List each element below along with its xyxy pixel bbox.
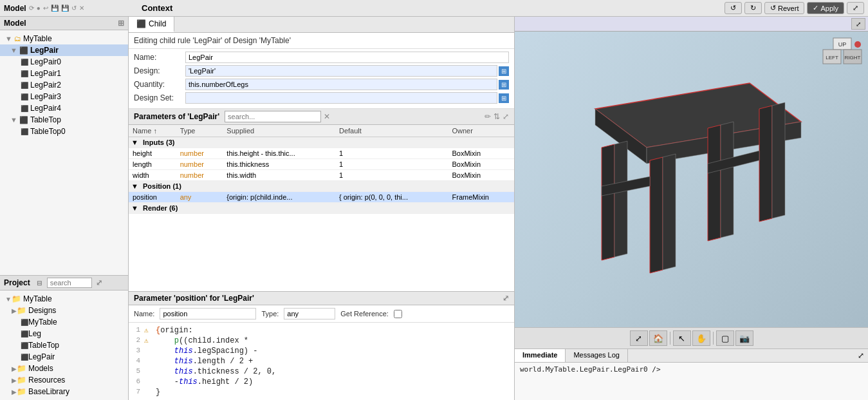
render-button[interactable]: 📷 xyxy=(735,330,753,346)
expand-viewport-button[interactable]: ⤢ xyxy=(851,18,865,30)
project-item-resources[interactable]: ▶ 📁 Resources xyxy=(0,374,128,386)
row-position[interactable]: position any {origin: p(child.inde... { … xyxy=(129,192,514,203)
name-input[interactable] xyxy=(185,52,509,63)
tree-item-legpair2[interactable]: ⬛ LegPair2 xyxy=(0,79,128,91)
model-label: Model xyxy=(4,4,26,13)
cell-length-owner: BoxMixin xyxy=(448,159,515,170)
select-button[interactable]: ↖ xyxy=(673,330,691,346)
project-search-input[interactable] xyxy=(47,278,92,288)
svg-marker-16 xyxy=(759,106,772,222)
quantity-row: Quantity: ⊞ xyxy=(134,79,509,90)
tree-label-lp4: LegPair4 xyxy=(30,104,61,113)
tab-child[interactable]: ⬛ Child xyxy=(129,17,174,32)
pencil-icon[interactable]: ✏ xyxy=(485,112,491,121)
code-line-7[interactable]: 7 ⚠ } xyxy=(129,387,514,397)
col-owner[interactable]: Owner xyxy=(448,125,515,137)
project-item-mytable[interactable]: ▼ 📁 MyTable xyxy=(0,293,128,305)
code-editor[interactable]: 1 ⚠ {origin: 2 ⚠ p((child.index * 3 ⚠ th… xyxy=(129,323,514,400)
revert-button[interactable]: ↺ Revert xyxy=(764,2,804,14)
expand-context-button[interactable]: ⤢ xyxy=(847,2,864,14)
col-name[interactable]: Name ↑ xyxy=(129,125,176,137)
proj-label-lp: LegPair xyxy=(28,352,55,361)
project-item-baselibrary[interactable]: ▶ 📁 BaseLibrary xyxy=(0,386,128,397)
folder-baselibrary-icon: 📁 xyxy=(17,387,26,396)
design-btn[interactable]: ⊞ xyxy=(499,66,509,76)
cube-icon-lp3: ⬛ xyxy=(21,93,28,100)
params-search-input[interactable] xyxy=(225,111,321,122)
tree-item-mytable[interactable]: ▼ 🗂 MyTable xyxy=(0,33,128,44)
sort-icon[interactable]: ⇅ xyxy=(494,112,500,121)
quantity-btn[interactable]: ⊞ xyxy=(499,80,509,90)
frame-button[interactable]: ▢ xyxy=(716,330,734,346)
get-reference-checkbox[interactable] xyxy=(394,310,402,318)
tree-item-legpair0[interactable]: ⬛ LegPair0 xyxy=(0,56,128,68)
home-button[interactable]: 🏠 xyxy=(649,330,667,346)
quantity-input[interactable] xyxy=(185,79,497,90)
col-default[interactable]: Default xyxy=(335,125,448,137)
project-item-designs[interactable]: ▶ 📁 Designs xyxy=(0,305,128,316)
code-line-1[interactable]: 1 ⚠ {origin: xyxy=(129,325,514,336)
model-header-icons[interactable]: ⊞ xyxy=(118,19,124,28)
project-item-legpair-design[interactable]: ⬛ LegPair xyxy=(0,351,128,363)
tab-messages[interactable]: Messages Log xyxy=(566,349,628,362)
left-panel: Model ⊞ ▼ 🗂 MyTable ▼ ⬛ LegPair ⬛ Le xyxy=(0,17,129,400)
col-type[interactable]: Type xyxy=(176,125,223,137)
redo-button[interactable]: ↻ xyxy=(744,2,762,14)
design-set-btn[interactable]: ⊞ xyxy=(499,93,509,103)
project-expand-icon[interactable]: ⤢ xyxy=(96,278,102,287)
design-set-input[interactable] xyxy=(185,92,497,104)
tree-item-legpair1[interactable]: ⬛ LegPair1 xyxy=(0,68,128,79)
zoom-extents-button[interactable]: ⤢ xyxy=(630,330,648,346)
svg-marker-11 xyxy=(614,141,627,257)
immediate-content[interactable]: world.MyTable.LegPair.LegPair0 /> xyxy=(515,363,868,400)
arrow-baselibrary: ▶ xyxy=(12,388,17,395)
row-height[interactable]: height number this.height - this.thic...… xyxy=(129,148,514,159)
cell-position-name: position xyxy=(129,192,176,203)
nav-cube[interactable]: UP LEFT RIGHT xyxy=(822,37,863,78)
tree-item-legpair3[interactable]: ⬛ LegPair3 xyxy=(0,91,128,102)
project-item-leg[interactable]: ⬛ Leg xyxy=(0,328,128,339)
tab-bar: ⬛ Child xyxy=(129,17,514,33)
viewport-canvas[interactable]: UP LEFT RIGHT xyxy=(515,32,868,327)
undo-button[interactable]: ↺ xyxy=(725,2,742,14)
code-line-2[interactable]: 2 ⚠ p((child.index * xyxy=(129,336,514,346)
col-supplied[interactable]: Supplied xyxy=(223,125,335,137)
project-item-models[interactable]: ▶ 📁 Models xyxy=(0,363,128,374)
svg-marker-15 xyxy=(721,122,734,238)
tab-immediate[interactable]: Immediate xyxy=(515,349,566,362)
code-line-6[interactable]: 6 ⚠ -this.height / 2) xyxy=(129,377,514,387)
design-input[interactable] xyxy=(185,65,497,77)
project-item-mytable-design[interactable]: ⬛ MyTable xyxy=(0,316,128,328)
expand-params-icon[interactable]: ⤢ xyxy=(503,112,509,121)
tree-label-lp2: LegPair2 xyxy=(30,81,61,90)
project-icon[interactable]: ⊟ xyxy=(37,280,42,287)
project-item-tabletop-design[interactable]: ⬛ TableTop xyxy=(0,339,128,351)
code-line-4[interactable]: 4 ⚠ this.length / 2 + xyxy=(129,356,514,367)
tree-item-legpair4[interactable]: ⬛ LegPair4 xyxy=(0,102,128,114)
collapse-inputs-btn[interactable]: ▼ xyxy=(131,138,138,146)
expand-bottom-icon[interactable]: ⤢ xyxy=(854,349,868,362)
toolbar-divider-2 xyxy=(713,332,714,345)
apply-button[interactable]: ✓ Apply xyxy=(807,2,844,14)
tree-item-tabletop[interactable]: ▼ ⬛ TableTop xyxy=(0,114,128,126)
editor-type-input[interactable] xyxy=(284,308,335,319)
code-line-3[interactable]: 3 ⚠ this.legSpacing) - xyxy=(129,346,514,356)
arrow-icon2: ▼ xyxy=(10,46,17,54)
editor-expand-icon[interactable]: ⤢ xyxy=(503,294,509,303)
pan-button[interactable]: ✋ xyxy=(692,330,710,346)
cube-orange-icon2: ⬛ xyxy=(19,116,28,124)
svg-marker-13 xyxy=(663,154,676,270)
section-position-label: Position (1) xyxy=(143,182,181,190)
collapse-position-btn[interactable]: ▼ xyxy=(131,182,138,190)
project-tree: ▼ 📁 MyTable ▶ 📁 Designs ⬛ MyTable xyxy=(0,290,128,400)
tree-item-tabletop0[interactable]: ⬛ TableTop0 xyxy=(0,126,128,137)
row-width[interactable]: width number this.width 1 BoxMixin xyxy=(129,170,514,181)
proj-label-baselibrary: BaseLibrary xyxy=(28,387,69,396)
tree-item-legpair[interactable]: ▼ ⬛ LegPair xyxy=(0,44,128,56)
cell-width-owner: BoxMixin xyxy=(448,170,515,181)
editor-name-input[interactable] xyxy=(160,308,256,319)
search-clear-icon[interactable]: ✕ xyxy=(324,112,330,121)
collapse-render-btn[interactable]: ▼ xyxy=(131,204,138,212)
row-length[interactable]: length number this.thickness 1 BoxMixin xyxy=(129,159,514,170)
code-line-5[interactable]: 5 ⚠ this.thickness / 2, 0, xyxy=(129,367,514,377)
